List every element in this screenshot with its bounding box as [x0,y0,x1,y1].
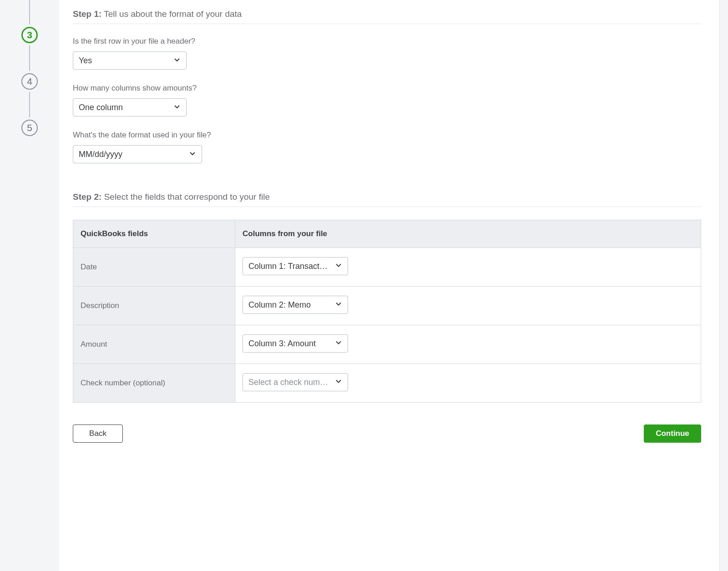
stepper-connector [29,0,30,25]
step-5-indicator: 5 [21,120,38,136]
header-row-value: Yes [73,52,186,69]
step2-label: Step 2: [73,192,101,202]
field-description-select[interactable]: Column 2: Memo [243,296,348,314]
field-description-label: Description [73,287,235,325]
table-row: Description Column 2: Memo [73,287,701,325]
amount-columns-value: One column [73,99,186,116]
wizard-stepper: 3 4 5 [0,0,59,571]
field-amount-value: Column 3: Amount [243,335,348,352]
step-number: 3 [27,30,32,40]
back-button[interactable]: Back [73,424,123,443]
field-check-number-value: Select a check num… [243,374,348,391]
field-date-value: Column 1: Transacti… [243,258,348,275]
step-number: 5 [27,122,32,133]
table-header-qb-fields: QuickBooks fields [73,220,235,248]
step2-title: Select the fields that correspond to you… [104,192,270,202]
date-format-value: MM/dd/yyyy [73,146,202,163]
table-row: Date Column 1: Transacti… [73,248,701,287]
header-row-label: Is the first row in your file a header? [73,37,701,46]
amount-columns-select[interactable]: One column [73,98,187,116]
table-row: Check number (optional) Select a check n… [73,364,701,403]
field-date-label: Date [73,248,235,287]
field-amount-label: Amount [73,325,235,364]
date-format-label: What's the date format used in your file… [73,131,701,140]
step-3-indicator: 3 [21,27,38,43]
table-row: Amount Column 3: Amount [73,325,701,364]
step1-heading: Step 1: Tell us about the format of your… [73,9,701,24]
stepper-connector [29,45,30,71]
amount-columns-label: How many columns show amounts? [73,84,701,93]
field-check-number-select[interactable]: Select a check num… [243,373,348,391]
step1-label: Step 1: [73,9,101,19]
footer-actions: Back Continue [73,424,701,443]
field-amount-select[interactable]: Column 3: Amount [243,334,348,353]
step1-title: Tell us about the format of your data [104,9,242,19]
step2-heading: Step 2: Select the fields that correspon… [73,192,701,207]
date-format-select[interactable]: MM/dd/yyyy [73,145,202,163]
step-4-indicator: 4 [21,73,38,90]
field-mapping-table: QuickBooks fields Columns from your file… [73,220,701,403]
right-gutter [720,0,728,571]
field-check-number-label: Check number (optional) [73,364,235,403]
field-description-value: Column 2: Memo [243,296,348,313]
field-date-select[interactable]: Column 1: Transacti… [243,257,348,275]
table-header-file-columns: Columns from your file [235,220,701,248]
header-row-select[interactable]: Yes [73,51,187,70]
continue-button[interactable]: Continue [644,424,701,443]
step-number: 4 [27,76,32,87]
main-panel: Step 1: Tell us about the format of your… [59,0,720,571]
stepper-connector [29,92,30,117]
